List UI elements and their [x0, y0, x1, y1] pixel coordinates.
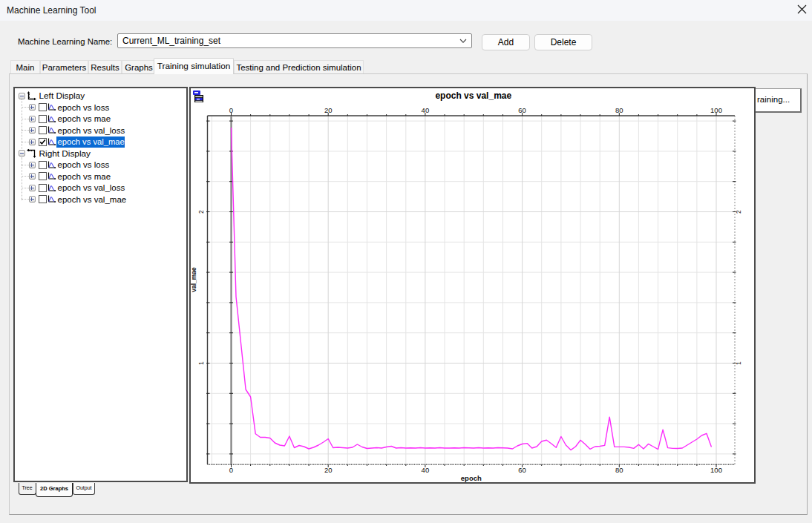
svg-text:1: 1 [197, 361, 205, 365]
svg-text:0: 0 [229, 106, 233, 114]
svg-text:2: 2 [735, 210, 742, 214]
svg-text:20: 20 [324, 466, 333, 474]
svg-text:100: 100 [710, 466, 722, 474]
svg-text:60: 60 [518, 106, 526, 114]
svg-text:1: 1 [735, 361, 742, 365]
svg-text:epoch: epoch [461, 474, 482, 482]
svg-text:40: 40 [422, 466, 430, 474]
svg-text:2: 2 [197, 210, 205, 214]
svg-text:80: 80 [615, 106, 623, 114]
svg-text:40: 40 [422, 106, 430, 114]
svg-text:0: 0 [229, 466, 233, 474]
svg-text:20: 20 [324, 106, 333, 114]
svg-text:80: 80 [615, 466, 623, 474]
svg-text:100: 100 [710, 106, 722, 114]
svg-text:60: 60 [518, 466, 526, 474]
svg-text:val_mae: val_mae [191, 267, 197, 292]
svg-text:epoch vs val_mae: epoch vs val_mae [435, 91, 511, 101]
